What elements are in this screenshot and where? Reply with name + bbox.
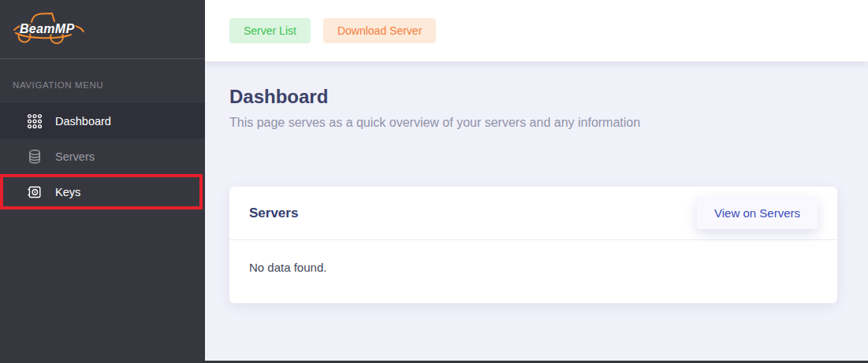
sidebar-item-dashboard[interactable]: Dashboard bbox=[0, 103, 205, 139]
safe-icon bbox=[27, 184, 43, 200]
topbar: Server List Download Server bbox=[205, 0, 868, 61]
servers-card-body: No data found. bbox=[229, 240, 837, 294]
sidebar-item-label: Dashboard bbox=[55, 115, 111, 128]
nav-section-label: NAVIGATION MENU bbox=[0, 59, 205, 103]
nav-menu: Dashboard Servers bbox=[0, 103, 205, 209]
sidebar: BeamMP NAVIGATION MENU Dashboard bbox=[0, 0, 205, 363]
page-subtitle: This page serves as a quick overview of … bbox=[229, 116, 868, 130]
server-list-button[interactable]: Server List bbox=[229, 18, 311, 43]
sidebar-item-label: Keys bbox=[55, 186, 80, 198]
beammp-logo: BeamMP bbox=[13, 10, 87, 50]
database-icon bbox=[27, 149, 43, 165]
main-content: Dashboard This page serves as a quick ov… bbox=[205, 61, 868, 363]
servers-card-header: Servers View on Servers bbox=[229, 187, 837, 240]
servers-card-title: Servers bbox=[249, 206, 298, 221]
grid-dots-icon bbox=[27, 113, 43, 129]
empty-state-text: No data found. bbox=[249, 261, 326, 274]
download-server-button[interactable]: Download Server bbox=[323, 18, 436, 43]
sidebar-item-servers[interactable]: Servers bbox=[0, 139, 205, 174]
view-on-servers-button[interactable]: View on Servers bbox=[697, 197, 818, 229]
servers-card: Servers View on Servers No data found. bbox=[229, 187, 837, 303]
page-title: Dashboard bbox=[229, 86, 868, 108]
sidebar-item-keys[interactable]: Keys bbox=[0, 174, 203, 209]
logo-text: BeamMP bbox=[20, 22, 74, 36]
logo-area[interactable]: BeamMP bbox=[0, 0, 205, 59]
sidebar-item-label: Servers bbox=[55, 150, 95, 163]
